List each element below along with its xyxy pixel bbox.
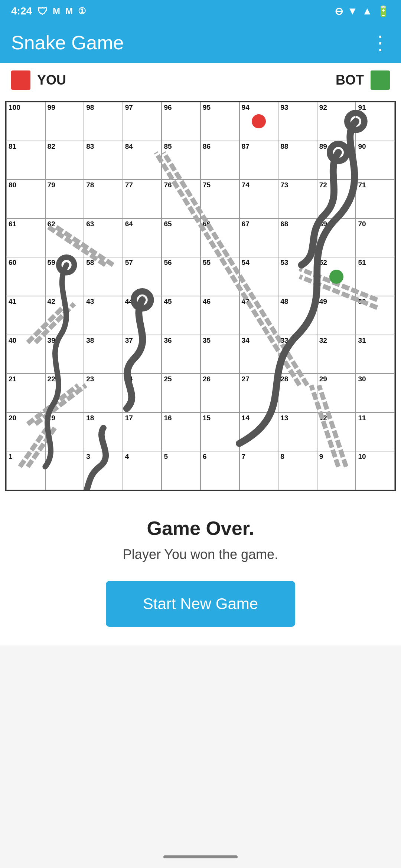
cell-number-45: 45 [164,298,172,305]
cell-number-56: 56 [164,259,172,266]
cell-number-52: 52 [319,259,327,266]
cell-number-67: 67 [242,220,250,227]
board-cell-58: 58 [84,257,123,296]
cell-number-21: 21 [9,375,16,382]
cell-number-28: 28 [280,375,288,382]
cell-number-57: 57 [125,259,133,266]
cell-number-24: 24 [125,375,133,382]
board-cell-46: 46 [200,296,239,335]
board-cell-16: 16 [162,412,200,451]
board-cell-57: 57 [123,257,162,296]
bot-color-box [371,70,390,90]
time-display: 4:24 [11,5,32,17]
cell-number-4: 4 [125,453,129,460]
cell-number-58: 58 [86,259,94,266]
board-cell-82: 82 [45,141,84,180]
m-icon: M [53,6,60,16]
board-cell-36: 36 [162,335,200,374]
cell-number-81: 81 [9,143,16,150]
board-cell-8: 8 [278,451,317,490]
board-cell-54: 54 [239,257,278,296]
cell-number-92: 92 [319,104,327,111]
cell-number-51: 51 [358,259,366,266]
cell-number-31: 31 [358,337,366,344]
cell-number-40: 40 [9,337,16,344]
board-cell-40: 40 [6,335,45,374]
board-cell-96: 96 [162,102,200,141]
board-cell-41: 41 [6,296,45,335]
cell-number-10: 10 [358,453,366,460]
cell-number-7: 7 [242,453,246,460]
player-legend: YOU BOT [0,63,401,97]
cell-number-42: 42 [48,298,55,305]
cell-number-72: 72 [319,181,327,188]
board-cell-4: 4 [123,451,162,490]
status-bar-left: 4:24 🛡 M M ① [11,5,86,17]
board-cell-49: 49 [317,296,356,335]
nav-pill [163,855,238,858]
cell-number-61: 61 [9,220,16,227]
board-cell-51: 51 [356,257,395,296]
board-cell-37: 37 [123,335,162,374]
board-cell-86: 86 [200,141,239,180]
game-over-subtitle: Player You won the game. [123,547,278,562]
cell-number-50: 50 [358,298,366,305]
cell-number-33: 33 [280,337,288,344]
cell-number-13: 13 [280,414,288,421]
cell-number-100: 100 [9,104,20,111]
cell-number-91: 91 [358,104,366,111]
board-cell-88: 88 [278,141,317,180]
board-cell-59: 59 [45,257,84,296]
cell-number-2: 2 [48,453,52,460]
cell-number-73: 73 [280,181,288,188]
game-board: 1009998979695949392918182838485868788899… [5,101,396,491]
board-cell-2: 2 [45,451,84,490]
cell-number-53: 53 [280,259,288,266]
more-options-icon[interactable]: ⋮ [371,32,390,54]
board-cell-72: 72 [317,180,356,218]
cell-number-60: 60 [9,259,16,266]
board-cell-92: 92 [317,102,356,141]
board-cell-23: 23 [84,374,123,412]
board-cell-87: 87 [239,141,278,180]
cell-number-1: 1 [9,453,13,460]
board-cell-97: 97 [123,102,162,141]
board-cell-27: 27 [239,374,278,412]
board-cell-67: 67 [239,218,278,257]
bot-token [329,270,343,284]
cell-number-84: 84 [125,143,133,150]
bot-player-indicator: BOT [336,70,390,90]
cell-number-26: 26 [203,375,211,382]
cell-number-75: 75 [203,181,211,188]
board-cell-77: 77 [123,180,162,218]
board-cell-50: 50 [356,296,395,335]
board-cell-65: 65 [162,218,200,257]
board-cell-78: 78 [84,180,123,218]
board-cell-14: 14 [239,412,278,451]
board-cell-26: 26 [200,374,239,412]
board-cell-83: 83 [84,141,123,180]
board-cell-61: 61 [6,218,45,257]
board-cell-70: 70 [356,218,395,257]
app-bar: Snake Game ⋮ [0,22,401,63]
you-player-indicator: YOU [11,70,66,90]
board-cell-18: 18 [84,412,123,451]
cell-number-74: 74 [242,181,250,188]
board-cell-56: 56 [162,257,200,296]
board-cell-69: 69 [317,218,356,257]
m-icon2: M [65,6,73,16]
board-cell-81: 81 [6,141,45,180]
board-cell-98: 98 [84,102,123,141]
cell-number-29: 29 [319,375,327,382]
cell-number-3: 3 [86,453,90,460]
board-cell-84: 84 [123,141,162,180]
start-new-game-button[interactable]: Start New Game [106,581,295,627]
cell-number-59: 59 [48,259,55,266]
board-cell-62: 62 [45,218,84,257]
wifi-icon: ▼ [348,5,358,17]
board-cell-31: 31 [356,335,395,374]
board-cell-32: 32 [317,335,356,374]
cell-number-88: 88 [280,143,288,150]
cell-number-12: 12 [319,414,327,421]
board-cell-52: 52 [317,257,356,296]
